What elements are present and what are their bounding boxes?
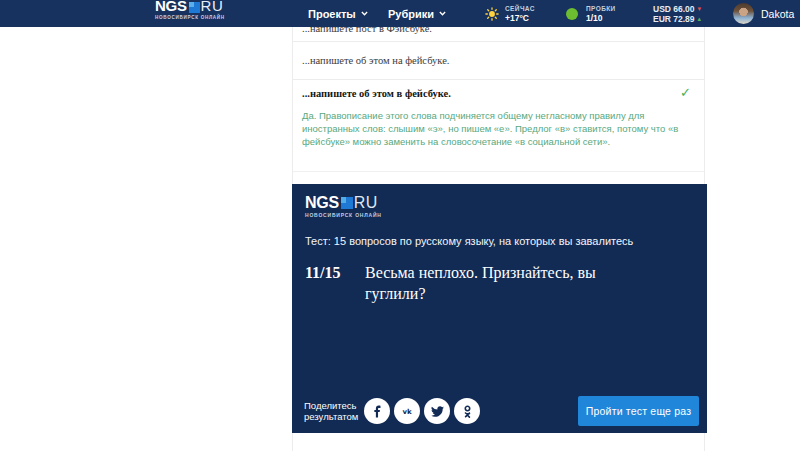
verdict-text: Весьма неплохо. Признайтесь, вы гуглили? (365, 262, 645, 304)
answer-option-1: ...напишете пост в Фэйсбуке. (293, 27, 704, 42)
site-header: NGS RU НОВОСИБИРСК ОНЛАЙН Проекты Рубрик… (0, 0, 800, 27)
user-menu[interactable]: Dakota (733, 0, 794, 27)
divider (293, 171, 704, 172)
answer-option-2: ...напишете об этом на фейсбуке. (293, 43, 704, 80)
eur-rate: EUR 72.89 (653, 14, 695, 24)
avatar[interactable] (733, 3, 754, 24)
twitter-icon (431, 405, 444, 418)
currency-widget[interactable]: USD 66.00 ▾ EUR 72.89 ▴ (653, 0, 701, 27)
share-twitter-button[interactable] (424, 398, 450, 424)
weather-widget[interactable]: СЕЙЧАС +17°C (485, 0, 535, 27)
eur-up-arrow-icon: ▴ (698, 15, 702, 23)
sun-icon (485, 7, 499, 21)
logo-text-ru: RU (201, 0, 224, 13)
weather-label: СЕЙЧАС (505, 5, 535, 12)
odnoklassniki-icon (461, 405, 474, 418)
logo-text-ru: RU (354, 195, 378, 210)
share-label: Поделитесь результатом (304, 400, 360, 422)
ngs-logo-row: NGS RU (155, 0, 225, 13)
ngs-logo[interactable]: NGS RU НОВОСИБИРСК ОНЛАЙН (155, 0, 225, 20)
traffic-label: ПРОБКИ (586, 5, 616, 12)
logo-square-icon (189, 2, 200, 13)
quiz-result-card: NGS RU НОВОСИБИРСК ОНЛАЙН Тест: 15 вопро… (292, 184, 707, 433)
chevron-down-icon (439, 11, 446, 16)
score-value: 11/15 (305, 264, 341, 282)
correct-checkmark-icon: ✓ (680, 85, 691, 100)
usd-down-arrow-icon: ▾ (698, 5, 702, 13)
ngs-logo-card[interactable]: NGS RU НОВОСИБИРСК ОНЛАЙН (305, 195, 382, 218)
answer-option-3-text: ...напишете об этом в фейсбуке. (302, 88, 451, 99)
logo-text-ngs: NGS (155, 0, 187, 13)
logo-square-icon (341, 197, 353, 209)
answer-explanation: Да. Правописание этого слова подчиняется… (302, 109, 696, 148)
answer-option-3-correct: ...напишете об этом в фейсбуке. ✓ (293, 81, 704, 107)
svg-text:vk: vk (402, 408, 412, 416)
share-facebook-button[interactable] (364, 398, 390, 424)
vk-icon: vk (399, 403, 415, 419)
share-vk-button[interactable]: vk (394, 398, 420, 424)
test-title: Тест: 15 вопросов по русскому языку, на … (305, 235, 633, 247)
share-odnoklassniki-button[interactable] (454, 398, 480, 424)
logo-tagline: НОВОСИБИРСК ОНЛАЙН (305, 212, 382, 218)
facebook-icon (371, 405, 384, 418)
traffic-value: 1/10 (586, 13, 616, 23)
user-name: Dakota (761, 8, 794, 20)
nav-projects[interactable]: Проекты (308, 0, 368, 27)
traffic-light-icon (566, 8, 578, 20)
nav-projects-label: Проекты (308, 8, 356, 20)
retry-test-button[interactable]: Пройти тест еще раз (578, 396, 699, 426)
logo-text-ngs: NGS (305, 195, 339, 210)
traffic-widget[interactable]: ПРОБКИ 1/10 (566, 0, 616, 27)
chevron-down-icon (361, 11, 368, 16)
page: NGS RU НОВОСИБИРСК ОНЛАЙН Проекты Рубрик… (0, 0, 800, 451)
usd-rate: USD 66.00 (653, 4, 695, 14)
answer-option-2-text: ...напишете об этом на фейсбуке. (302, 55, 449, 66)
logo-tagline: НОВОСИБИРСК ОНЛАЙН (155, 15, 225, 20)
answer-option-1-text: ...напишете пост в Фэйсбуке. (302, 27, 695, 34)
nav-rubrics[interactable]: Рубрики (388, 0, 446, 27)
ngs-logo-row: NGS RU (305, 195, 382, 210)
nav-rubrics-label: Рубрики (388, 8, 434, 20)
weather-value: +17°C (505, 13, 535, 23)
share-row: Поделитесь результатом vk (304, 396, 699, 426)
quiz-content-column: ...напишете пост в Фэйсбуке. ...напишете… (292, 27, 705, 451)
